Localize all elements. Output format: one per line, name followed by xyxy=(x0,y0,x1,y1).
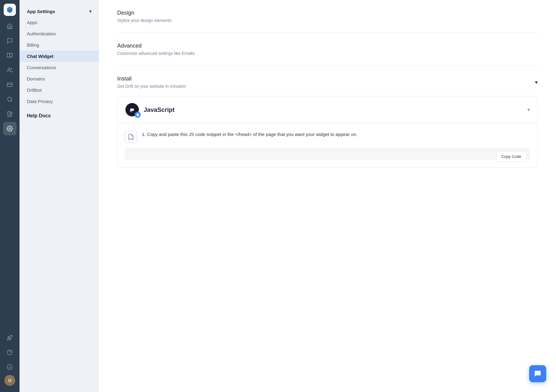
design-subtitle: Stylize your design elements xyxy=(117,18,538,23)
code-file-icon xyxy=(125,131,137,143)
main-content: Design Stylize your design elements Adva… xyxy=(99,0,556,392)
book-icon[interactable] xyxy=(3,49,16,62)
sidebar-item-data-privacy[interactable]: Data Privacy xyxy=(20,96,99,107)
sidebar-item-billing[interactable]: Billing xyxy=(20,39,99,51)
rocket-icon[interactable] xyxy=(3,331,16,344)
code-block: Copy Code const data = JSON.parse(docume… xyxy=(125,148,530,160)
docs-icon[interactable] xyxy=(3,107,16,121)
help-docs-section[interactable]: Help Docs xyxy=(20,107,99,121)
check-circle-icon[interactable] xyxy=(3,360,16,374)
logo-icon[interactable] xyxy=(4,4,16,16)
install-section: Install Get Drift on your website in min… xyxy=(117,66,538,177)
sidebar-item-apps[interactable]: Apps xyxy=(20,17,99,28)
sidebar-item-conversations[interactable]: Conversations xyxy=(20,62,99,73)
design-section: Design Stylize your design elements xyxy=(117,0,538,33)
svg-rect-1 xyxy=(7,83,13,87)
sidebar-item-chat-widget[interactable]: Chat Widget xyxy=(20,51,99,62)
install-chevron: ▾ xyxy=(535,79,538,86)
step-1-text: 1. Copy and paste this JS code snippet i… xyxy=(142,131,357,138)
sidebar: App Settings ▾ Apps Authentication Billi… xyxy=(20,0,99,392)
svg-point-3 xyxy=(8,97,12,101)
advanced-subtitle: Customize advanced settings like Emails xyxy=(117,51,538,56)
app-settings-chevron: ▾ xyxy=(89,9,92,14)
app-settings-label: App Settings xyxy=(27,9,55,14)
sidebar-item-domains[interactable]: Domains xyxy=(20,73,99,84)
svg-point-0 xyxy=(8,68,10,70)
app-settings-section[interactable]: App Settings ▾ xyxy=(20,6,99,17)
install-subtitle: Get Drift on your website in minutes! xyxy=(117,84,186,89)
sidebar-item-driftbot[interactable]: Driftbot xyxy=(20,84,99,96)
home-icon[interactable] xyxy=(3,20,16,33)
help-icon[interactable] xyxy=(3,346,16,359)
sidebar-item-authentication[interactable]: Authentication xyxy=(20,28,99,39)
team-icon[interactable] xyxy=(3,63,16,77)
js-title: JavaScript xyxy=(144,106,175,113)
js-logo xyxy=(125,102,139,117)
install-box: JavaScript ▾ 1. Copy and paste this JS c… xyxy=(117,96,538,168)
icon-rail: U xyxy=(0,0,20,392)
js-chevron-icon[interactable]: ▾ xyxy=(527,106,530,113)
settings-icon[interactable] xyxy=(3,122,16,135)
advanced-section: Advanced Customize advanced settings lik… xyxy=(117,33,538,66)
install-title: Install xyxy=(117,76,186,82)
svg-point-8 xyxy=(7,350,13,355)
copy-code-button[interactable]: Copy Code xyxy=(496,151,526,162)
step-content: 1. Copy and paste this JS code snippet i… xyxy=(117,123,537,167)
js-badge xyxy=(135,112,141,118)
step-1-row: 1. Copy and paste this JS code snippet i… xyxy=(125,131,530,143)
advanced-title: Advanced xyxy=(117,43,538,49)
svg-line-4 xyxy=(11,101,12,102)
chat-icon[interactable] xyxy=(3,34,16,48)
js-install-header: JavaScript ▾ xyxy=(117,96,537,123)
user-avatar[interactable]: U xyxy=(4,375,15,386)
search-icon[interactable] xyxy=(3,93,16,106)
design-title: Design xyxy=(117,10,538,16)
svg-point-7 xyxy=(9,128,11,130)
install-header[interactable]: Install Get Drift on your website in min… xyxy=(117,76,538,89)
id-icon[interactable] xyxy=(3,78,16,91)
